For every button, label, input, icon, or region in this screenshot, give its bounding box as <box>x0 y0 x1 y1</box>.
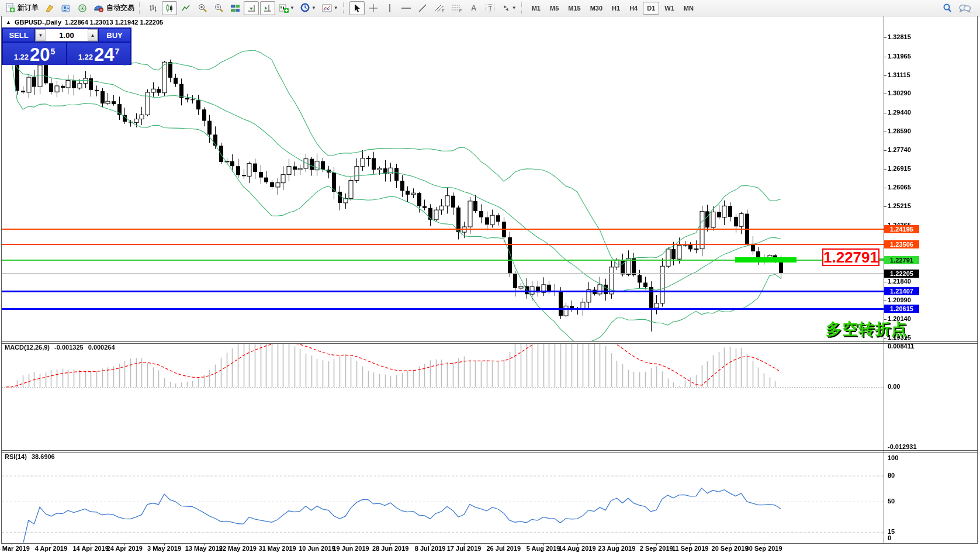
price-badge-1.22791: 1.22791 <box>884 256 919 264</box>
timeframe-m5[interactable]: M5 <box>546 2 563 15</box>
price-tick-mark <box>884 206 886 207</box>
arrows-tool-button[interactable]: ▼ <box>499 1 519 15</box>
crosshair-tool-button[interactable] <box>366 1 381 15</box>
channel-tool-button[interactable]: E <box>431 1 448 15</box>
toolbar-separator <box>139 2 143 14</box>
text-label-tool-button[interactable]: T <box>483 1 498 15</box>
horizontal-line-tool-button[interactable] <box>399 1 414 15</box>
text-icon: A <box>471 4 476 12</box>
chevron-down-icon: ▼ <box>512 5 517 11</box>
price-tick-mark <box>884 132 886 132</box>
hline-1.24195[interactable] <box>2 229 884 230</box>
search-icon <box>942 3 953 13</box>
new-chart-button[interactable]: ▼ <box>276 1 297 15</box>
sell-button[interactable]: SELL <box>3 29 34 42</box>
highlight-zone[interactable] <box>735 257 797 263</box>
new-order-label: 新订单 <box>18 3 39 13</box>
rsi-name: RSI(14) <box>5 453 27 460</box>
vertical-line-tool-button[interactable] <box>382 1 397 15</box>
new-order-button[interactable]: 新订单 <box>3 1 41 15</box>
signals-button[interactable] <box>75 1 90 15</box>
chat-icon <box>958 3 971 13</box>
price-tick-label: 1.30290 <box>888 89 911 96</box>
channel-icon: E <box>434 4 445 13</box>
price-tick-mark <box>884 150 886 151</box>
price-tick-label: 1.25215 <box>888 202 911 209</box>
timeframe-w1[interactable]: W1 <box>660 2 678 15</box>
price-badge-1.21407: 1.21407 <box>884 287 919 295</box>
price-tick-label: 1.32815 <box>888 33 911 40</box>
panel-separator[interactable] <box>1 450 978 451</box>
price-tick-mark <box>884 282 886 282</box>
timeframe-m30[interactable]: M30 <box>586 2 607 15</box>
chart-shift-button[interactable] <box>260 1 275 15</box>
sell-price-prefix: 1.22 <box>14 51 29 63</box>
zoom-out-icon <box>214 3 224 13</box>
candlestick-chart-icon <box>165 4 174 13</box>
chart-border <box>1 16 2 543</box>
market-watch-button[interactable] <box>58 1 74 15</box>
buy-price-sup: 7 <box>115 43 120 60</box>
trendline-icon <box>418 4 427 13</box>
arrows-icon <box>501 4 511 13</box>
text-tool-button[interactable]: A <box>466 1 482 15</box>
volume-decrease-button[interactable]: ▼ <box>36 29 46 41</box>
zoom-out-button[interactable] <box>211 1 226 15</box>
new-chart-icon <box>279 4 289 13</box>
buy-quote[interactable]: 1.22 24 7 <box>67 43 130 65</box>
period-button[interactable]: ▼ <box>298 1 318 15</box>
macd-axis-label: 0.008411 <box>888 343 914 350</box>
price-tick-mark <box>884 57 886 57</box>
date-label: 30 Sep 2019 <box>740 545 787 552</box>
timeframe-d1[interactable]: D1 <box>643 2 659 15</box>
crosshair-icon <box>369 4 378 13</box>
timeframe-h4[interactable]: H4 <box>625 2 642 15</box>
price-callout-label[interactable]: 1.22791 <box>822 248 879 266</box>
volume-increase-button[interactable]: ▲ <box>88 29 98 41</box>
bar-chart-button[interactable] <box>146 1 161 15</box>
styler-button[interactable] <box>42 1 57 15</box>
cursor-tool-button[interactable] <box>349 1 365 15</box>
rsi-axis-label: 80 <box>888 472 895 479</box>
search-button[interactable] <box>940 1 955 15</box>
candlestick-chart-button[interactable] <box>162 1 177 15</box>
market-watch-icon <box>61 4 71 13</box>
panel-separator <box>1 452 978 453</box>
line-chart-button[interactable] <box>178 1 193 15</box>
hline-1.22205[interactable] <box>2 273 884 274</box>
fibonacci-icon: F <box>451 4 463 13</box>
buy-price-prefix: 1.22 <box>78 51 93 63</box>
hline-1.23506[interactable] <box>2 244 884 245</box>
timeframe-mn[interactable]: MN <box>680 2 698 15</box>
price-axis-separator <box>884 16 884 543</box>
panel-separator[interactable] <box>1 341 978 342</box>
toolbar: 新订单 自动交易 ▼ ▼ ▼ E F A T ▼ M1M5M15M30H1H4D… <box>0 0 980 16</box>
timeframe-h1[interactable]: H1 <box>608 2 624 15</box>
auto-scroll-button[interactable] <box>244 1 259 15</box>
ohlc-values: 1.22864 1.23013 1.21942 1.22205 <box>65 19 163 26</box>
bar-chart-icon <box>148 4 158 13</box>
autotrading-button[interactable]: 自动交易 <box>91 1 137 15</box>
hline-1.20615[interactable] <box>2 308 884 310</box>
collapse-icon[interactable]: ▲ <box>6 19 11 25</box>
fibonacci-tool-button[interactable]: F <box>449 1 465 15</box>
hline-1.21407[interactable] <box>2 291 884 292</box>
tile-windows-button[interactable] <box>227 1 243 15</box>
price-tick-mark <box>884 75 886 76</box>
macd-axis-label: 0.00 <box>888 383 900 390</box>
zoom-in-button[interactable] <box>195 1 210 15</box>
timeframe-m1[interactable]: M1 <box>528 2 545 15</box>
volume-input[interactable]: 1.00 <box>46 29 88 41</box>
template-button[interactable]: ▼ <box>320 1 341 15</box>
chart-annotation[interactable]: 多空转折点 <box>826 319 908 340</box>
price-tick-mark <box>884 301 886 301</box>
trendline-tool-button[interactable] <box>415 1 430 15</box>
sell-quote[interactable]: 1.22 20 5 <box>3 43 66 65</box>
chat-button[interactable] <box>956 1 974 15</box>
buy-button[interactable]: BUY <box>99 29 130 42</box>
buy-price-big: 24 <box>94 47 114 63</box>
channel-letter: E <box>442 9 445 13</box>
chart-canvas[interactable] <box>0 16 980 556</box>
timeframe-m15[interactable]: M15 <box>564 2 584 15</box>
price-tick-label: 1.27740 <box>888 146 911 153</box>
